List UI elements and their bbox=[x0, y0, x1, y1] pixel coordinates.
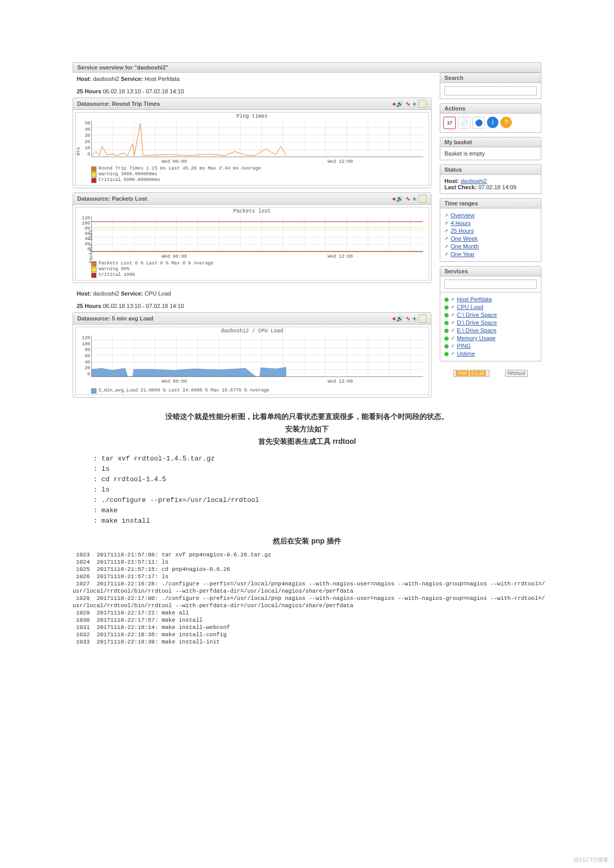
rrdtool-install-code: : tar xvf rrdtool-1.4.5.tar.gz: ls: cd r… bbox=[93, 454, 614, 526]
calendar-icon[interactable]: 17 bbox=[443, 117, 456, 129]
add-icon[interactable]: + bbox=[412, 100, 416, 108]
article-line-1: 没错这个就是性能分析图，比着单纯的只看状态要直观很多，能看到各个时间段的状态。 bbox=[73, 412, 541, 422]
timerange-link[interactable]: 25 Hours bbox=[451, 227, 474, 235]
graph-rtt-title: Datasource: Round Trip Times bbox=[77, 101, 160, 107]
service-link[interactable]: Host Perfdata bbox=[457, 296, 492, 303]
timerange-link[interactable]: One Year bbox=[451, 250, 475, 258]
popup-icon: ⇗ bbox=[444, 227, 449, 235]
sound-icon[interactable]: ◄🔊 bbox=[391, 315, 404, 322]
help-icon[interactable]: ? bbox=[500, 117, 512, 128]
popup-icon: ⇗ bbox=[451, 334, 455, 342]
service-link[interactable]: E:\ Drive Space bbox=[457, 327, 496, 334]
status-host-link[interactable]: daoboshi2 bbox=[460, 178, 487, 184]
service-link[interactable]: Memory Usage bbox=[457, 334, 496, 342]
status-dot-icon bbox=[444, 298, 449, 302]
popup-icon: ⇗ bbox=[444, 219, 449, 227]
service-header-2: Host: daoboshi2 Service: CPU Load 25 Hou… bbox=[73, 287, 431, 312]
graph-cpu-title: Datasource: 5 min avg Load bbox=[77, 315, 153, 321]
search-input[interactable] bbox=[444, 86, 537, 95]
article-line-2: 安装方法如下 bbox=[73, 425, 541, 434]
timeranges-box: Time ranges ⇗Overview⇗4 Hours⇗25 Hours⇗O… bbox=[440, 198, 541, 262]
services-box: Services ⇗Host Perfdata⇗CPU Load⇗C:\ Dri… bbox=[440, 266, 541, 361]
graph-rtt: Datasource: Round Trip Times ◄🔊 ∿ + Ping… bbox=[73, 97, 431, 188]
popup-icon: ⇗ bbox=[444, 212, 449, 219]
status-dot-icon bbox=[444, 352, 449, 356]
timerange-link[interactable]: Overview bbox=[451, 212, 475, 219]
search-box: Search bbox=[440, 73, 541, 99]
chart-icon[interactable]: ∿ bbox=[406, 315, 410, 322]
service-link[interactable]: CPU Load bbox=[457, 303, 483, 311]
yaxis-cpu: 020406080100120 bbox=[80, 335, 90, 377]
svg-marker-0 bbox=[92, 367, 286, 376]
graph-packets: Datasource: Packets Lost ◄🔊 ∿ + Packets … bbox=[73, 192, 431, 283]
service-header-1: Host: daoboshi2 Service: Host Perfdata 2… bbox=[73, 73, 431, 97]
status-dot-icon bbox=[444, 329, 449, 333]
status-box: Status Host: daoboshi2 Last Check: 07.02… bbox=[440, 164, 541, 194]
chart-rtt bbox=[91, 121, 423, 157]
popup-icon[interactable] bbox=[418, 194, 427, 203]
services-search[interactable] bbox=[444, 279, 537, 289]
graph-cpu: Datasource: 5 min avg Load ◄🔊 ∿ + daobos… bbox=[73, 312, 431, 398]
popup-icon: ⇗ bbox=[444, 250, 449, 258]
service-link[interactable]: PING bbox=[457, 342, 471, 350]
popup-icon: ⇗ bbox=[451, 350, 455, 358]
page-title: Service overview for "daoboshi2" bbox=[73, 62, 541, 73]
add-icon[interactable]: + bbox=[412, 315, 416, 323]
popup-icon[interactable] bbox=[418, 100, 427, 108]
popup-icon: ⇗ bbox=[451, 311, 455, 319]
timerange-link[interactable]: One Month bbox=[451, 243, 479, 250]
chart-icon[interactable]: 🔵 bbox=[472, 117, 485, 129]
chart-icon[interactable]: ∿ bbox=[406, 101, 410, 107]
pnp-install-terminal: 1023 20171118-21:57:08: tar xvf pnp4nagi… bbox=[73, 551, 541, 646]
article-line-3: 首先安装图表生成工具 rrdtool bbox=[73, 437, 541, 446]
popup-icon: ⇗ bbox=[451, 319, 455, 327]
popup-icon: ⇗ bbox=[451, 303, 455, 311]
sound-icon[interactable]: ◄🔊 bbox=[391, 195, 404, 202]
service-link[interactable]: Uptime bbox=[457, 350, 475, 358]
service-link[interactable]: D:\ Drive Space bbox=[457, 319, 497, 327]
chart-packets bbox=[91, 216, 423, 252]
info-icon[interactable]: i bbox=[487, 117, 498, 128]
popup-icon[interactable] bbox=[418, 314, 427, 323]
article-line-4: 然后在安装 pnp 插件 bbox=[73, 537, 541, 546]
yaxis-packets: 020406080100120 bbox=[80, 216, 90, 252]
status-dot-icon bbox=[444, 321, 449, 325]
popup-icon: ⇗ bbox=[451, 327, 455, 334]
popup-icon: ⇗ bbox=[444, 235, 449, 243]
popup-icon: ⇗ bbox=[444, 243, 449, 250]
graph-packets-title: Datasource: Packets Lost bbox=[77, 195, 147, 202]
service-link[interactable]: C:\ Drive Space bbox=[457, 311, 497, 319]
chart-cpu bbox=[91, 335, 423, 377]
pdf-icon[interactable]: 📄 bbox=[458, 117, 470, 129]
timerange-link[interactable]: 4 Hours bbox=[451, 219, 471, 227]
add-icon[interactable]: + bbox=[412, 195, 416, 203]
status-dot-icon bbox=[444, 305, 449, 310]
status-dot-icon bbox=[444, 337, 449, 341]
yaxis-rtt: 01020304050 bbox=[80, 121, 90, 157]
popup-icon: ⇗ bbox=[451, 342, 455, 350]
basket-box: My basket Basket is empty bbox=[440, 137, 541, 160]
pnp-badge[interactable]: PNP0.6.26 bbox=[453, 370, 490, 377]
chart-icon[interactable]: ∿ bbox=[406, 195, 410, 202]
timerange-link[interactable]: One Week bbox=[451, 235, 478, 243]
status-dot-icon bbox=[444, 344, 449, 348]
popup-icon: ⇗ bbox=[451, 296, 455, 303]
status-dot-icon bbox=[444, 313, 449, 317]
rrdtool-badge[interactable]: RRDtool bbox=[505, 370, 528, 377]
sound-icon[interactable]: ◄🔊 bbox=[391, 101, 404, 107]
actions-box: Actions 17 📄 🔵 i ? bbox=[440, 103, 541, 133]
